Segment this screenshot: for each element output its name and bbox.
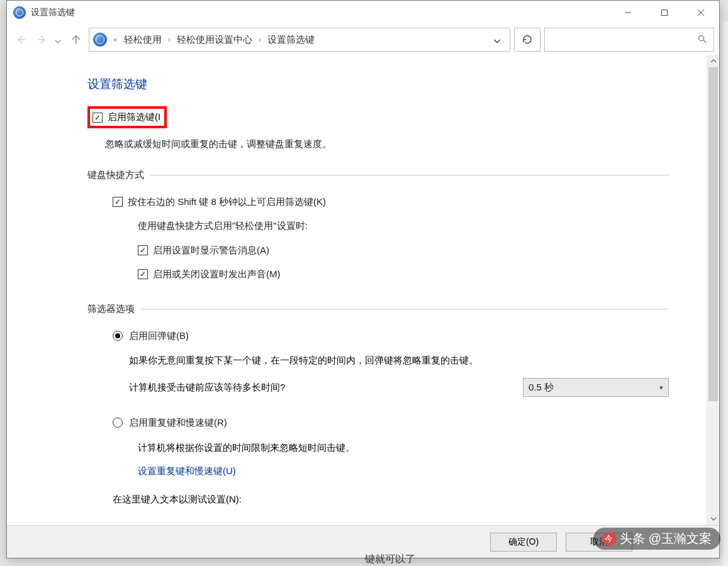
close-icon xyxy=(697,9,705,16)
breadcrumb-sep: › xyxy=(168,35,171,44)
scroll-down-button[interactable] xyxy=(707,513,719,525)
scrollbar[interactable] xyxy=(707,55,719,525)
page-title: 设置筛选键 xyxy=(87,76,669,92)
warn-row: 启用设置时显示警告消息(A) xyxy=(138,243,669,258)
wait-label: 计算机接受击键前应该等待多长时间? xyxy=(129,382,523,394)
arrow-up-icon xyxy=(70,34,82,45)
address-bar[interactable]: « 轻松使用 › 轻松使用设置中心 › 设置筛选键 xyxy=(89,28,510,52)
group-title: 筛选器选项 xyxy=(87,303,135,315)
bounce-desc: 如果你无意间重复按下某一个键，在一段特定的时间内，回弹键将忽略重复的击键。 xyxy=(129,353,669,368)
wait-row: 计算机接受击键前应该等待多长时间? 0.5 秒 ▾ xyxy=(129,378,669,397)
divider xyxy=(141,309,669,309)
navbar: « 轻松使用 › 轻松使用设置中心 › 设置筛选键 xyxy=(7,25,719,55)
shift8-label: 按住右边的 Shift 键 8 秒钟以上可启用筛选键(K) xyxy=(128,195,326,209)
divider xyxy=(150,175,669,175)
bounce-label: 启用回弹键(B) xyxy=(129,329,189,343)
breadcrumb-item[interactable]: 轻松使用 xyxy=(124,34,162,46)
watermark-logo-icon: 今 xyxy=(602,532,616,546)
refresh-button[interactable] xyxy=(514,28,540,52)
wait-dropdown[interactable]: 0.5 秒 ▾ xyxy=(523,378,669,397)
scroll-track[interactable] xyxy=(707,67,719,513)
shift8-row: 按住右边的 Shift 键 8 秒钟以上可启用筛选键(K) xyxy=(113,195,669,209)
app-icon xyxy=(13,6,26,19)
warn-label: 启用设置时显示警告消息(A) xyxy=(153,243,269,258)
shortcut-note: 使用键盘快捷方式启用"轻松使用"设置时: xyxy=(138,219,308,233)
breadcrumb-sep: « xyxy=(113,35,118,44)
settings-window: 设置筛选键 « 轻松使用 xyxy=(6,0,720,558)
repeat-slow-link[interactable]: 设置重复键和慢速键(U) xyxy=(138,465,669,477)
background-text: 键就可以了 xyxy=(365,553,415,566)
maximize-icon xyxy=(661,9,668,16)
close-button[interactable] xyxy=(683,1,719,25)
chevron-down-icon xyxy=(710,517,717,521)
scroll-thumb[interactable] xyxy=(708,67,718,401)
content-area: 设置筛选键 启用筛选键(I 忽略或减缓短时间或重复的击键，调整键盘重复速度。 键… xyxy=(7,55,707,525)
test-label: 在这里键入文本以测试设置(N): xyxy=(113,494,669,506)
window-title: 设置筛选键 xyxy=(31,7,75,18)
sound-checkbox[interactable] xyxy=(138,269,148,279)
arrow-left-icon xyxy=(15,34,26,45)
breadcrumb-sep: › xyxy=(259,35,261,44)
wait-value: 0.5 秒 xyxy=(529,382,659,394)
minimize-button[interactable] xyxy=(610,1,646,25)
recent-dropdown[interactable] xyxy=(55,35,64,45)
titlebar: 设置筛选键 xyxy=(7,1,719,25)
minimize-icon xyxy=(624,9,632,16)
svg-point-7 xyxy=(699,35,704,40)
shortcut-note-row: 使用键盘快捷方式启用"轻松使用"设置时: xyxy=(138,219,669,233)
breadcrumb-item[interactable]: 轻松使用设置中心 xyxy=(177,34,252,46)
watermark-text: @玉瀚文案 xyxy=(649,530,712,547)
chevron-down-icon xyxy=(493,39,501,43)
sound-label: 启用或关闭设置时发出声音(M) xyxy=(153,267,281,282)
watermark-prefix: 头条 xyxy=(620,530,645,547)
group-title: 键盘快捷方式 xyxy=(87,169,144,181)
maximize-button[interactable] xyxy=(646,1,683,25)
group-filter-options: 筛选器选项 xyxy=(87,303,669,315)
search-input[interactable] xyxy=(551,35,697,45)
back-button[interactable] xyxy=(12,31,30,48)
forward-button[interactable] xyxy=(33,31,51,48)
search-box[interactable] xyxy=(544,28,714,52)
repeat-row: 启用重复键和慢速键(R) xyxy=(113,416,669,430)
repeat-desc: 计算机将根据你设置的时间限制来忽略短时间击键。 xyxy=(138,440,669,455)
enable-filterkeys-checkbox[interactable] xyxy=(92,113,103,123)
ok-button[interactable]: 确定(O) xyxy=(490,533,557,552)
search-icon[interactable] xyxy=(697,34,707,46)
breadcrumb-item[interactable]: 设置筛选键 xyxy=(267,34,315,46)
address-dropdown[interactable] xyxy=(488,35,506,45)
scroll-up-button[interactable] xyxy=(707,55,719,67)
svg-rect-1 xyxy=(662,10,668,16)
bounce-radio[interactable] xyxy=(113,331,123,341)
repeat-label: 启用重复键和慢速键(R) xyxy=(129,416,227,430)
chevron-down-icon: ▾ xyxy=(659,384,663,392)
bounce-row: 启用回弹键(B) xyxy=(113,329,669,343)
refresh-icon xyxy=(522,34,533,45)
shift8-checkbox[interactable] xyxy=(113,197,123,207)
sound-row: 启用或关闭设置时发出声音(M) xyxy=(138,267,669,282)
up-button[interactable] xyxy=(67,31,85,48)
svg-line-8 xyxy=(703,40,706,43)
chevron-up-icon xyxy=(710,59,717,63)
chevron-down-icon xyxy=(55,40,61,43)
arrow-right-icon xyxy=(36,34,48,45)
group-keyboard-shortcut: 键盘快捷方式 xyxy=(87,169,669,181)
enable-filterkeys-highlight: 启用筛选键(I xyxy=(87,106,167,128)
repeat-radio[interactable] xyxy=(113,418,123,428)
warn-checkbox[interactable] xyxy=(138,245,148,255)
enable-filterkeys-desc: 忽略或减缓短时间或重复的击键，调整键盘重复速度。 xyxy=(105,137,669,152)
enable-filterkeys-label: 启用筛选键(I xyxy=(108,111,160,123)
window-controls xyxy=(610,1,719,25)
watermark: 今 头条 @玉瀚文案 xyxy=(593,528,720,550)
location-icon xyxy=(93,33,107,47)
